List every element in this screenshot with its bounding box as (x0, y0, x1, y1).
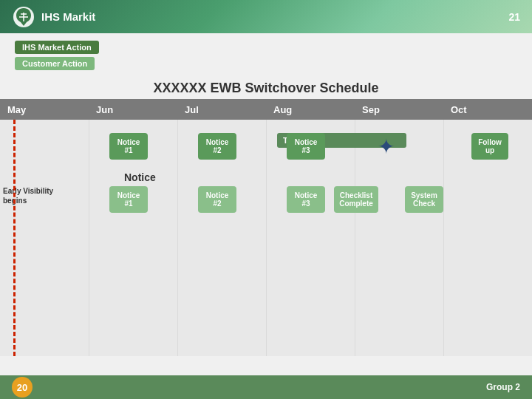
month-oct: Oct (443, 99, 532, 120)
divider-4 (355, 120, 355, 356)
ihs-notice1-box: Notice #1 (109, 133, 148, 160)
logo-area: IHS Markit (12, 5, 95, 29)
followup-box: Follow up (471, 133, 508, 160)
divider-2 (177, 120, 178, 356)
bottom-bar: 20 Group 2 (0, 375, 532, 399)
customer-notice2-box: Notice #2 (198, 186, 236, 213)
timeline-body: Training Notice #1 Notice #2 Notice #3 ✦… (0, 120, 532, 356)
main-content: IHS Market Action Customer Action XXXXXX… (0, 33, 532, 399)
ihs-legend-item: IHS Market Action (15, 41, 517, 54)
schedule-title: XXXXXX EWB Switchover Schedule (0, 75, 532, 99)
switchover-star-icon: ✦ (369, 130, 402, 163)
ihs-legend-box: IHS Market Action (15, 41, 99, 54)
month-sep: Sep (355, 99, 443, 120)
customer-legend-box: Customer Action (15, 57, 95, 70)
month-jun: Jun (89, 99, 177, 120)
current-position-line (13, 120, 16, 356)
header: IHS Markit 21 (0, 0, 532, 33)
divider-3 (266, 120, 267, 356)
month-aug: Aug (266, 99, 355, 120)
ihs-notice3-box: Notice #3 (287, 133, 325, 160)
early-visibility-label: Early Visibility begins (3, 186, 88, 205)
ihs-notice2-box: Notice #2 (198, 133, 236, 160)
system-check-box: System Check (405, 186, 443, 213)
checklist-complete-box: Checklist Complete (334, 186, 378, 213)
slide-number: 21 (508, 11, 520, 23)
divider-5 (443, 120, 444, 356)
customer-notice1-box: Notice #1 (109, 186, 148, 213)
timeline-header: May Jun Jul Aug Sep Oct (0, 99, 532, 120)
group-label: Group 2 (486, 382, 520, 392)
divider-1 (89, 120, 89, 356)
customer-legend-item: Customer Action (15, 57, 517, 70)
logo-text: IHS Markit (41, 10, 95, 23)
notice-section-label: Notice (124, 171, 156, 183)
slide-number-badge: 20 (12, 377, 33, 398)
ihs-logo-icon (12, 5, 35, 29)
month-jul: Jul (177, 99, 266, 120)
month-may: May (0, 99, 89, 120)
customer-notice3-box: Notice #3 (287, 186, 325, 213)
legend: IHS Market Action Customer Action (0, 33, 532, 75)
